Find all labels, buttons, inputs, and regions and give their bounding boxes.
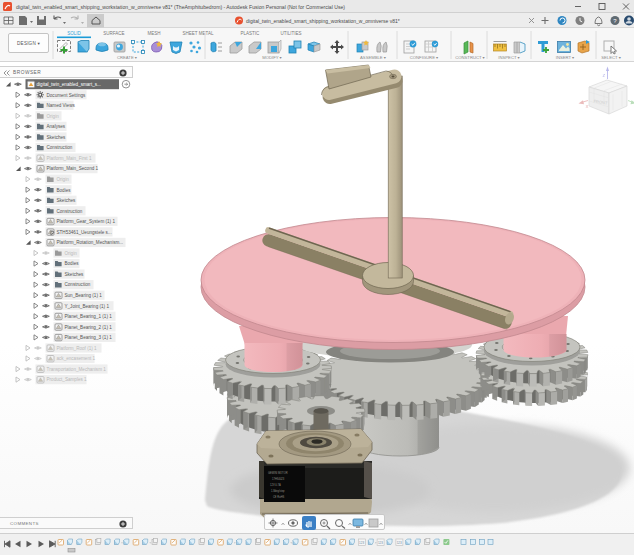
svg-text:Platform_Main_Second 1: Platform_Main_Second 1 (47, 166, 99, 171)
svg-text:SELECT ▾: SELECT ▾ (601, 55, 621, 60)
svg-text:CONFIGURE ▾: CONFIGURE ▾ (410, 55, 439, 60)
svg-text:Origin: Origin (65, 251, 78, 256)
svg-text:UTILITIES: UTILITIES (280, 31, 301, 36)
svg-text:Origin: Origin (57, 177, 70, 182)
svg-text:ack_encasement 1: ack_encasement 1 (57, 356, 96, 361)
svg-text:Sketches: Sketches (65, 272, 85, 277)
svg-text:CONSTRUCT ▾: CONSTRUCT ▾ (455, 55, 485, 60)
svg-text:Construction: Construction (65, 282, 91, 287)
svg-text:Bodies: Bodies (57, 188, 72, 193)
svg-text:123: 123 (378, 541, 383, 545)
svg-text:INSPECT ▾: INSPECT ▾ (498, 55, 520, 60)
svg-text:MODIFY ▾: MODIFY ▾ (262, 55, 282, 60)
svg-text:PLASTIC: PLASTIC (241, 31, 261, 36)
svg-text:Planet_Bearing_3 (1) 1: Planet_Bearing_3 (1) 1 (65, 335, 113, 340)
svg-text:Product_Samples 1: Product_Samples 1 (47, 377, 88, 382)
svg-text:MESH: MESH (147, 31, 160, 36)
svg-text:digital_twin_enabled_smart_shi: digital_twin_enabled_smart_shipping_work… (246, 18, 400, 24)
svg-text:Platform_Rotation_Mechanism...: Platform_Rotation_Mechanism... (57, 240, 124, 245)
svg-text:Document Settings: Document Settings (47, 93, 87, 98)
svg-text:Planet_Bearing_2 (1) 1: Planet_Bearing_2 (1) 1 (65, 325, 113, 330)
svg-text:Construction: Construction (47, 145, 73, 150)
svg-text:Sketches: Sketches (47, 135, 67, 140)
svg-text:Y_Joint_Bearing (1) 1: Y_Joint_Bearing (1) 1 (65, 304, 110, 309)
svg-text:STH53461_Ueungstele s...: STH53461_Ueungstele s... (57, 230, 112, 235)
svg-text:Construction: Construction (57, 209, 83, 214)
svg-text:Transportation_Mechanism 1: Transportation_Mechanism 1 (47, 367, 107, 372)
svg-text:Platform_Roof (1) 1: Platform_Roof (1) 1 (57, 346, 98, 351)
svg-text:Sun_Bearing (1) 1: Sun_Bearing (1) 1 (65, 293, 103, 298)
svg-text:SHEET METAL: SHEET METAL (183, 31, 214, 36)
svg-text:CREATE ▾: CREATE ▾ (117, 55, 138, 60)
svg-text:Origin: Origin (47, 114, 60, 119)
svg-text:SURFACE: SURFACE (103, 31, 124, 36)
svg-text:Named Views: Named Views (47, 103, 76, 108)
svg-text:Platform_Main_First 1: Platform_Main_First 1 (47, 156, 92, 161)
svg-text:123: 123 (359, 541, 364, 545)
svg-text:ASSEMBLE ▾: ASSEMBLE ▾ (360, 55, 387, 60)
svg-text:123: 123 (397, 541, 402, 545)
svg-text:digital_twin_enabled_smart_s..: digital_twin_enabled_smart_s... (37, 82, 101, 87)
svg-text:Analyses: Analyses (47, 124, 66, 129)
svg-text:Sketches: Sketches (57, 198, 77, 203)
svg-text:Platform_Gear_System (1) 1: Platform_Gear_System (1) 1 (57, 219, 116, 224)
svg-text:Planet_Bearing_1 (1) 1: Planet_Bearing_1 (1) 1 (65, 314, 113, 319)
svg-text:INSERT ▾: INSERT ▾ (556, 55, 575, 60)
svg-text:Bodies: Bodies (65, 261, 80, 266)
svg-text:SOLID: SOLID (67, 31, 81, 36)
